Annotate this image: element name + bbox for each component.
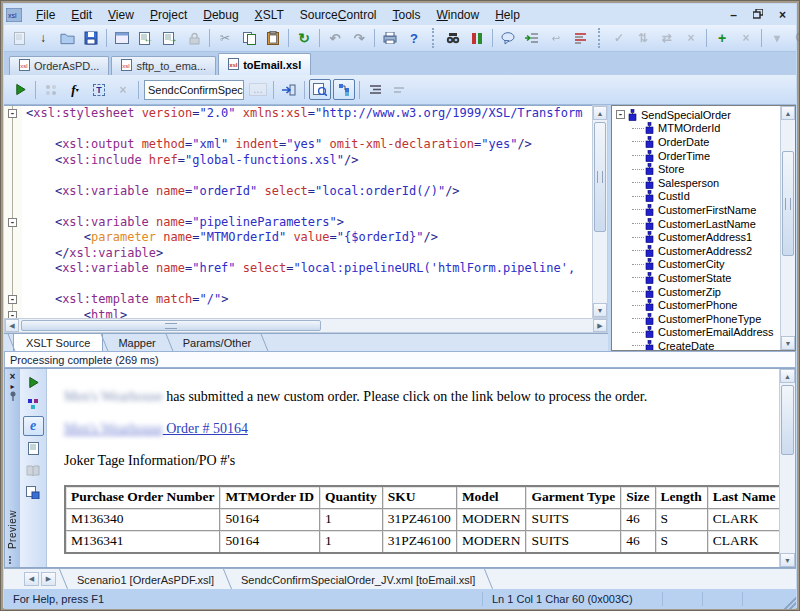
tree-node-customerphone[interactable]: CustomerPhone bbox=[612, 298, 795, 312]
fold-collapse-icon[interactable]: - bbox=[8, 218, 17, 227]
window-resize-grip[interactable] bbox=[784, 597, 796, 609]
menu-view[interactable]: View bbox=[100, 6, 142, 24]
code-editor[interactable]: -<xsl:stylesheet version="2.0" xmlns:xsl… bbox=[4, 105, 592, 318]
tree-node-customerstate[interactable]: CustomerState bbox=[612, 271, 795, 285]
sc-undo-checkout-icon[interactable]: × bbox=[680, 28, 702, 49]
doc-tab-orderaspd-[interactable]: xslOrderAsPD... bbox=[9, 56, 109, 75]
function-menu-icon[interactable]: f▾ bbox=[64, 79, 86, 100]
text-preview-icon[interactable] bbox=[23, 438, 44, 458]
doc-tab-toemail-xsl[interactable]: xsltoEmail.xsl bbox=[218, 53, 311, 75]
scroll-left-arrow[interactable]: ◀ bbox=[5, 319, 19, 332]
find-icon[interactable] bbox=[442, 28, 464, 49]
undo-icon[interactable]: ↶ bbox=[324, 28, 346, 49]
tree-node-customeraddress1[interactable]: CustomerAddress1 bbox=[612, 230, 795, 244]
tree-node-salesperson[interactable]: Salesperson bbox=[612, 176, 795, 190]
restore-button[interactable] bbox=[753, 9, 763, 20]
scroll-down-arrow[interactable]: ▼ bbox=[780, 553, 795, 567]
tree-node-customeremailaddress[interactable]: CustomerEmailAddress bbox=[612, 326, 795, 340]
sc-checkin-icon[interactable]: ⇄ bbox=[656, 28, 678, 49]
fold-collapse-icon[interactable]: - bbox=[8, 311, 17, 319]
fold-gutter[interactable] bbox=[4, 184, 22, 200]
tree-vscrollbar[interactable]: ▲ ▼ bbox=[780, 106, 795, 350]
menu-edit[interactable]: Edit bbox=[63, 6, 100, 24]
format-lines-icon[interactable] bbox=[569, 28, 591, 49]
lock-icon[interactable] bbox=[183, 28, 205, 49]
pin-panel-icon[interactable] bbox=[9, 391, 17, 403]
menu-window[interactable]: Window bbox=[429, 6, 488, 24]
tag-highlight-icon[interactable]: T bbox=[88, 79, 110, 100]
browse-scenario-icon[interactable]: … bbox=[247, 79, 269, 100]
scenario-tab-1[interactable]: Scenario1 [OrderAsPDF.xsl] bbox=[65, 569, 226, 589]
sc-add-icon[interactable]: + bbox=[711, 28, 733, 49]
fold-gutter[interactable] bbox=[4, 168, 22, 184]
whitespace-icon[interactable] bbox=[388, 79, 410, 100]
preview-result-icon[interactable] bbox=[309, 79, 331, 100]
fold-gutter[interactable]: - bbox=[4, 215, 22, 231]
sc-remove-icon[interactable]: × bbox=[735, 28, 757, 49]
scroll-down-arrow[interactable]: ▼ bbox=[593, 303, 607, 317]
scroll-thumb[interactable] bbox=[781, 385, 794, 455]
doc-tab-sftp-to-ema-[interactable]: xslsftp_to_ema... bbox=[111, 56, 216, 75]
scroll-right-arrow[interactable]: ▶ bbox=[593, 319, 607, 332]
scenario-tab-2[interactable]: SendcConfirmSpecialOrder_JV.xml [toEmail… bbox=[229, 569, 487, 589]
refresh-icon[interactable]: ↻ bbox=[293, 28, 315, 49]
go-to-definition-icon[interactable] bbox=[521, 28, 543, 49]
fold-gutter[interactable]: - bbox=[4, 308, 22, 319]
scroll-up-arrow[interactable]: ▲ bbox=[781, 106, 795, 120]
fold-gutter[interactable] bbox=[4, 122, 22, 138]
fold-gutter[interactable] bbox=[4, 230, 22, 246]
tree-node-orderdate[interactable]: OrderDate bbox=[612, 135, 795, 149]
tree-node-createdate[interactable]: CreateDate bbox=[612, 339, 795, 351]
sc-diff-icon[interactable] bbox=[790, 28, 800, 49]
fold-gutter[interactable] bbox=[4, 246, 22, 262]
scroll-up-arrow[interactable]: ▲ bbox=[593, 106, 607, 120]
preview-vscrollbar[interactable]: ▲ ▼ bbox=[779, 369, 795, 567]
run-transformation-icon[interactable] bbox=[9, 79, 31, 100]
menu-help[interactable]: Help bbox=[487, 6, 528, 24]
fold-gutter[interactable]: - bbox=[4, 292, 22, 308]
tree-node-store[interactable]: Store bbox=[612, 162, 795, 176]
menu-tools[interactable]: Tools bbox=[384, 6, 428, 24]
tree-node-customerzip[interactable]: CustomerZip bbox=[612, 285, 795, 299]
tree-node-custid[interactable]: CustId bbox=[612, 190, 795, 204]
go-to-scenario-icon[interactable] bbox=[278, 79, 300, 100]
fold-gutter[interactable]: - bbox=[4, 106, 22, 122]
tree-node-ordertime[interactable]: OrderTime bbox=[612, 149, 795, 163]
menu-file[interactable]: File bbox=[28, 6, 63, 24]
toolbar-grip[interactable] bbox=[598, 28, 602, 48]
fold-gutter[interactable] bbox=[4, 137, 22, 153]
editor-vscrollbar[interactable]: ▲ ▼ bbox=[592, 105, 608, 318]
redo-icon[interactable]: ↷ bbox=[348, 28, 370, 49]
new-from-template-icon[interactable] bbox=[8, 28, 30, 49]
tab-scroll-left-arrow[interactable]: ◀ bbox=[24, 572, 39, 586]
fold-gutter[interactable] bbox=[4, 199, 22, 215]
bookmark-icon[interactable] bbox=[466, 28, 488, 49]
menu-debug[interactable]: Debug bbox=[195, 6, 246, 24]
close-button[interactable]: × bbox=[779, 10, 786, 20]
open-file-icon[interactable] bbox=[56, 28, 78, 49]
save-icon[interactable] bbox=[80, 28, 102, 49]
indent-xml-icon[interactable] bbox=[364, 79, 386, 100]
tab-scroll-right-arrow[interactable]: ▶ bbox=[41, 572, 56, 586]
minimize-button[interactable]: – bbox=[730, 10, 737, 20]
tree-root-sendspecialorder[interactable]: -SendSpecialOrder bbox=[612, 108, 795, 122]
editor-tab-mapper[interactable]: Mapper bbox=[106, 334, 167, 351]
preview-params-icon[interactable] bbox=[23, 394, 44, 414]
cut-icon[interactable]: ✂ bbox=[214, 28, 236, 49]
editor-tab-params-other[interactable]: Params/Other bbox=[171, 334, 263, 351]
print-icon[interactable] bbox=[379, 28, 401, 49]
float-panel-icon[interactable]: ▸ bbox=[10, 382, 14, 391]
fold-gutter[interactable] bbox=[4, 261, 22, 277]
fold-collapse-icon[interactable]: - bbox=[8, 295, 17, 304]
editor-tab-xslt-source[interactable]: XSLT Source bbox=[13, 334, 103, 351]
toolbar-grip[interactable] bbox=[432, 28, 436, 48]
comment-icon[interactable] bbox=[497, 28, 519, 49]
show-mapper-tree-icon[interactable] bbox=[333, 79, 355, 100]
go-back-icon[interactable]: ↩ bbox=[545, 28, 567, 49]
editor-hscrollbar[interactable]: ◀ ▶ bbox=[4, 318, 608, 333]
stop-icon[interactable]: × bbox=[112, 79, 134, 100]
browser-preview-icon[interactable]: e bbox=[23, 416, 44, 436]
scroll-thumb[interactable] bbox=[21, 320, 321, 331]
scroll-thumb[interactable] bbox=[594, 122, 606, 232]
menu-project[interactable]: Project bbox=[142, 6, 195, 24]
